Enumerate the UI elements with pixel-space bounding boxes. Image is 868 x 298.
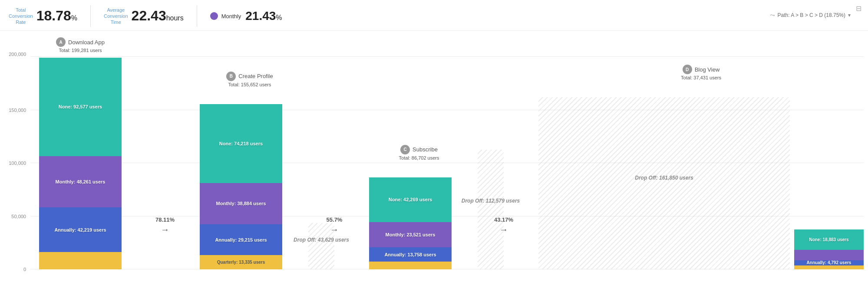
step-d-bar-area: Drop Off: 161,850 users Annually: 4,792 … [538,97,864,269]
step-b-seg-annually: Annually: 29,215 users [200,224,282,255]
step-c-badge: C [400,145,410,154]
step-a-header: A Download App Total: 199,281 users [30,37,130,53]
metric-divider-2 [197,5,197,27]
monthly-indicator: Monthly [210,12,241,20]
monthly-circle-icon [210,12,218,20]
step-a-seg-none: None: 92,577 users [39,58,122,156]
connector-ab: 78.11% → [130,216,200,269]
step-b-seg-monthly: Monthly: 38,884 users [200,183,282,224]
y-axis: 200,000 150,000 100,000 50,000 0 [0,35,30,282]
avg-conversion-label: AverageConversionTime [104,7,128,26]
step-a-name: Download App [68,39,105,46]
step-d-dropoff: Drop Off: 161,850 users [538,97,790,269]
step-c-title: C Subscribe [400,145,438,154]
connector-ab-rate: 78.11% [155,216,175,223]
step-b-bar: Quarterly: 13,335 users Annually: 29,215… [200,104,282,269]
monthly-label: Monthly [221,13,241,20]
step-a-total: Total: 199,281 users [30,48,130,53]
chart-body: A Download App Total: 199,281 users Annu [30,35,864,282]
monthly-value: 21.43% [245,9,282,23]
bookmark-icon[interactable]: ⊟ [856,4,861,13]
step-c-dropoff: Drop Off: 112,579 users [478,150,504,269]
step-d-bar: Annually: 4,792 users None: 18,883 users [794,229,864,269]
step-d-dropoff-label: Drop Off: 161,850 users [635,175,693,181]
step-b-wrapper: B Create Profile Total: 155,652 users [200,104,300,269]
step-b-bar-area: Quarterly: 13,335 users Annually: 29,215… [200,104,300,269]
step-c-seg-monthly: Monthly: 23,521 users [369,222,452,247]
y-label-100k: 100,000 [9,160,26,166]
y-label-0: 0 [23,267,26,272]
step-d-seg-monthly [794,250,864,260]
step-b-title: B Create Profile [226,72,273,81]
bars-container: A Download App Total: 199,281 users Annu [30,70,864,269]
step-c-bar-area: Annually: 13,758 users Monthly: 23,521 u… [369,177,469,269]
step-c-seg-none: None: 42,269 users [369,177,452,223]
step-d-header: D Blog View Total: 37,431 users [538,65,864,80]
y-label-150k: 150,000 [9,108,26,113]
step-d-seg-yellow [794,265,864,269]
path-text: Path: A > B > C > D (18.75%) [778,12,845,18]
y-label-200k: 200,000 [9,52,26,57]
step-d-title: D Blog View [683,65,720,74]
hatch-bg-c [478,150,504,269]
step-b-dropoff: Drop Off: 43,629 users [308,223,334,269]
step-c-bar: Annually: 13,758 users Monthly: 23,521 u… [369,177,452,269]
step-d-seg-annually: Annually: 4,792 users [794,260,864,265]
step-c-name: Subscribe [413,146,438,153]
step-a-seg-annually: Annually: 42,219 users [39,207,122,252]
step-a-badge: A [56,37,66,47]
avg-conversion-value: 22.43hours [132,8,184,24]
step-d-name: Blog View [695,66,720,73]
step-c-header: C Subscribe Total: 86,702 users [343,145,495,160]
step-b-seg-none: None: 74,218 users [200,104,282,183]
avg-conversion-metric: AverageConversionTime 22.43hours [104,7,184,26]
step-c-dropoff-label: Drop Off: 112,579 users [462,198,520,204]
step-b-name: Create Profile [238,73,273,79]
path-icon: ⤳ [770,12,775,19]
total-conversion-metric: TotalConversionRate 18.78% [9,7,77,26]
hatch-bg-d [538,97,790,269]
step-b-dropoff-label: Drop Off: 43,629 users [294,237,349,243]
connector-bc-rate: 55.7% [327,216,343,223]
step-a-bar: Annually: 42,219 users Monthly: 48,261 u… [39,58,122,269]
grid-200k [30,56,864,57]
header-bar: TotalConversionRate 18.78% AverageConver… [0,0,868,31]
step-b-total: Total: 155,652 users [174,82,326,87]
step-a-seg-yellow [39,252,122,269]
step-b-badge: B [226,72,236,81]
connector-ab-arrow: → [161,225,169,235]
step-c-seg-annually: Annually: 13,758 users [369,247,452,262]
total-conversion-label: TotalConversionRate [9,7,33,26]
path-chevron-icon[interactable]: ▾ [848,12,851,18]
chart-section: 200,000 150,000 100,000 50,000 0 [0,31,868,287]
step-b-seg-quarterly: Quarterly: 13,335 users [200,255,282,269]
step-c-seg-yellow [369,262,452,269]
step-a-wrapper: A Download App Total: 199,281 users Annu [30,58,130,269]
step-c-wrapper: C Subscribe Total: 86,702 users [369,177,469,269]
step-a-seg-monthly: Monthly: 48,261 users [39,156,122,207]
step-a-title: A Download App [56,37,105,47]
path-info: ⤳ Path: A > B > C > D (18.75%) ▾ [770,12,851,19]
step-d-seg-none: None: 18,883 users [794,229,864,249]
hatch-bg-b [308,223,334,269]
app-container: TotalConversionRate 18.78% AverageConver… [0,0,868,287]
step-d-wrapper: D Blog View Total: 37,431 users Drop Off… [538,97,864,269]
step-b-header: B Create Profile Total: 155,652 users [174,72,326,87]
step-c-total: Total: 86,702 users [343,155,495,160]
total-conversion-value: 18.78% [36,8,77,24]
step-d-badge: D [683,65,692,74]
step-d-total: Total: 37,431 users [538,75,864,80]
y-label-50k: 50,000 [11,214,26,219]
metric-divider-1 [90,5,91,27]
